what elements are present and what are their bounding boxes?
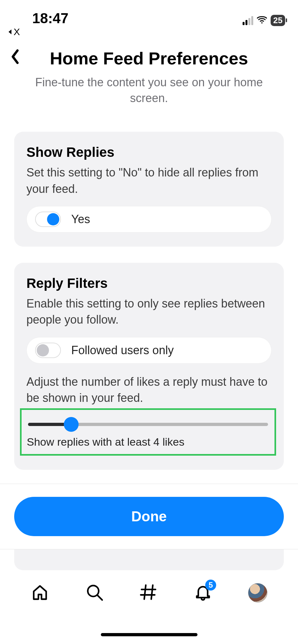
followed-only-toggle-label: Followed users only xyxy=(71,344,174,357)
svg-point-0 xyxy=(261,22,263,24)
page-header: Home Feed Preferences Fine-tune the cont… xyxy=(0,35,298,112)
done-button[interactable]: Done xyxy=(14,497,284,536)
likes-threshold-desc: Adjust the number of likes a reply must … xyxy=(26,374,272,406)
reply-filters-card: Reply Filters Enable this setting to onl… xyxy=(14,263,284,470)
tab-search[interactable] xyxy=(85,583,104,603)
show-replies-toggle-row[interactable]: Yes xyxy=(26,206,272,232)
show-replies-title: Show Replies xyxy=(26,145,272,160)
followed-only-toggle[interactable] xyxy=(35,343,61,358)
cellular-signal-icon xyxy=(243,15,253,25)
avatar xyxy=(248,583,267,602)
status-time: 18:47 xyxy=(32,10,69,26)
reply-filters-desc: Enable this setting to only see replies … xyxy=(26,296,272,328)
home-indicator[interactable] xyxy=(101,633,197,636)
battery-indicator: 25 xyxy=(271,15,285,26)
back-button[interactable] xyxy=(10,49,20,66)
page-subtitle: Fine-tune the content you see on your ho… xyxy=(10,75,288,106)
show-replies-desc: Set this setting to "No" to hide all rep… xyxy=(26,165,272,197)
svg-line-4 xyxy=(151,585,153,599)
tab-feeds[interactable] xyxy=(139,583,158,603)
followed-only-toggle-row[interactable]: Followed users only xyxy=(26,337,272,364)
tab-profile[interactable] xyxy=(248,583,267,602)
likes-threshold-slider[interactable] xyxy=(28,423,268,426)
likes-threshold-caption: Show replies with at least 4 likes xyxy=(27,436,269,448)
status-right: 25 xyxy=(243,14,285,26)
wifi-icon xyxy=(256,14,267,26)
svg-line-3 xyxy=(144,585,146,599)
notifications-badge: 5 xyxy=(205,580,216,591)
tab-bar: 5 xyxy=(0,572,298,614)
show-replies-toggle-label: Yes xyxy=(71,213,90,226)
slider-thumb[interactable] xyxy=(64,417,79,432)
tab-home[interactable] xyxy=(31,583,49,603)
status-bar: 18:47 25 X xyxy=(0,0,298,35)
tab-notifications[interactable]: 5 xyxy=(194,583,212,603)
likes-threshold-highlight: Show replies with at least 4 likes xyxy=(20,408,276,456)
show-replies-card: Show Replies Set this setting to "No" to… xyxy=(14,132,284,247)
show-replies-toggle[interactable] xyxy=(35,212,61,227)
svg-line-2 xyxy=(98,595,102,600)
page-title: Home Feed Preferences xyxy=(10,48,288,68)
done-bar: Done xyxy=(0,484,298,549)
reply-filters-title: Reply Filters xyxy=(26,276,272,291)
